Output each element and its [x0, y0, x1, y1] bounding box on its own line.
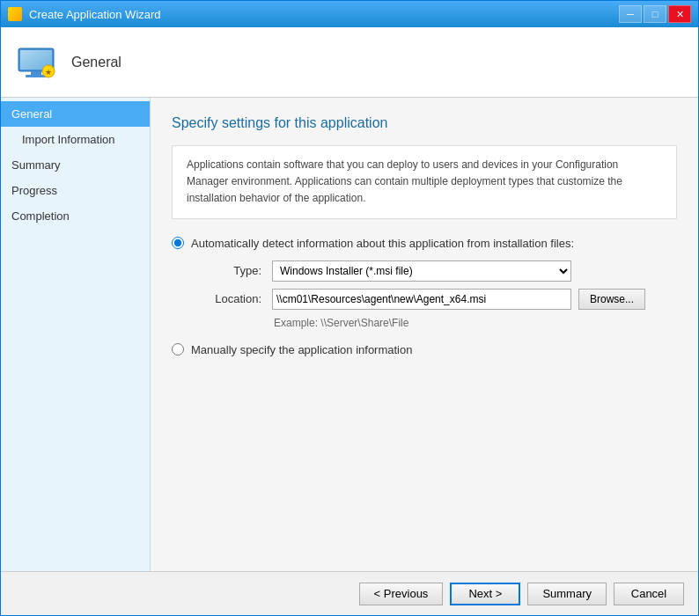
auto-detect-section: Automatically detect information about t…: [172, 237, 677, 329]
window-title: Create Application Wizard: [29, 8, 161, 21]
app-icon: [8, 7, 22, 21]
previous-button[interactable]: < Previous: [359, 583, 444, 605]
window-controls: ─ □ ✕: [619, 5, 691, 23]
type-label: Type:: [191, 264, 261, 277]
sidebar-item-summary[interactable]: Summary: [1, 152, 150, 178]
header-bar: ★ General: [1, 27, 698, 98]
svg-text:★: ★: [45, 68, 52, 77]
example-text: Example: \\Server\Share\File: [274, 317, 677, 329]
manual-section: Manually specify the application informa…: [172, 343, 677, 356]
titlebar: Create Application Wizard ─ □ ✕: [1, 1, 698, 27]
sidebar-item-progress[interactable]: Progress: [1, 178, 150, 203]
type-select[interactable]: Windows Installer (*.msi file) Script In…: [272, 260, 571, 282]
minimize-button[interactable]: ─: [619, 5, 642, 23]
info-box: Applications contain software that you c…: [172, 145, 677, 219]
location-input[interactable]: [272, 289, 571, 310]
svg-rect-3: [31, 71, 41, 75]
header-title: General: [71, 55, 121, 70]
manual-radio[interactable]: [172, 343, 184, 356]
location-label: Location:: [191, 292, 261, 305]
location-row: Location: Browse...: [191, 289, 677, 310]
summary-button[interactable]: Summary: [527, 583, 607, 605]
auto-detect-form: Type: Windows Installer (*.msi file) Scr…: [191, 260, 677, 329]
manual-label: Manually specify the application informa…: [191, 343, 412, 356]
next-button[interactable]: Next >: [450, 583, 520, 605]
sidebar: General Import Information Summary Progr…: [1, 98, 151, 571]
content-area: General Import Information Summary Progr…: [1, 98, 698, 571]
sidebar-item-completion[interactable]: Completion: [1, 203, 150, 229]
manual-row: Manually specify the application informa…: [172, 343, 677, 356]
footer: < Previous Next > Summary Cancel: [1, 571, 698, 615]
type-row: Type: Windows Installer (*.msi file) Scr…: [191, 260, 677, 282]
close-button[interactable]: ✕: [668, 5, 691, 23]
titlebar-left: Create Application Wizard: [8, 7, 161, 21]
maximize-button[interactable]: □: [644, 5, 666, 23]
sidebar-item-import-information[interactable]: Import Information: [1, 127, 150, 152]
main-content: Specify settings for this application Ap…: [151, 98, 698, 571]
header-computer-icon: ★: [15, 41, 57, 84]
auto-detect-row: Automatically detect information about t…: [172, 237, 677, 250]
auto-detect-radio[interactable]: [172, 237, 184, 249]
auto-detect-label: Automatically detect information about t…: [191, 237, 574, 250]
sidebar-item-general[interactable]: General: [1, 101, 150, 127]
page-title: Specify settings for this application: [172, 115, 677, 131]
wizard-window: Create Application Wizard ─ □ ✕ ★: [0, 0, 699, 616]
browse-button[interactable]: Browse...: [578, 289, 645, 310]
cancel-button[interactable]: Cancel: [614, 583, 684, 605]
